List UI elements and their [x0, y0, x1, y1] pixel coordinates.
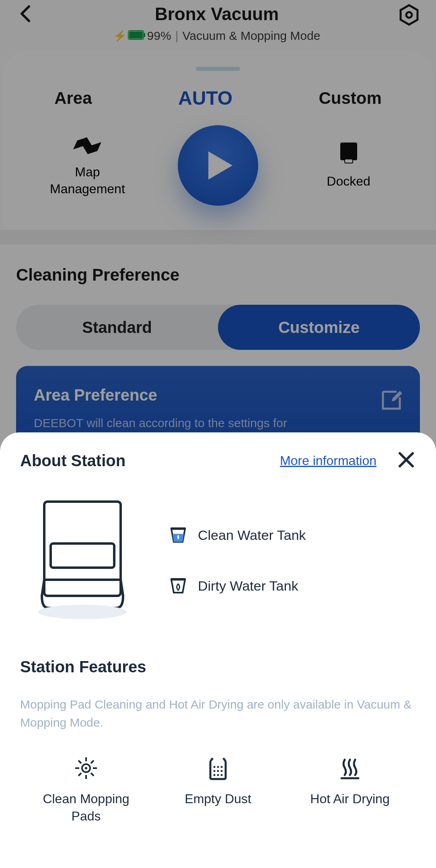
svg-point-29 — [214, 774, 216, 776]
svg-point-30 — [217, 774, 219, 776]
clean-tank-label: Clean Water Tank — [198, 527, 306, 543]
more-information-link[interactable]: More information — [280, 453, 376, 468]
heat-waves-icon — [337, 756, 362, 781]
svg-rect-8 — [44, 502, 121, 596]
dust-bin-icon — [206, 756, 230, 781]
svg-point-14 — [85, 767, 87, 769]
svg-line-20 — [91, 773, 94, 776]
svg-line-19 — [78, 761, 81, 763]
svg-point-24 — [217, 766, 219, 768]
feature-hot-air-drying[interactable]: Hot Air Drying — [287, 756, 413, 825]
svg-rect-9 — [51, 544, 114, 568]
svg-point-25 — [221, 766, 223, 768]
svg-point-23 — [214, 766, 216, 768]
dirty-water-tank-item: Dirty Water Tank — [169, 577, 306, 595]
svg-point-27 — [217, 770, 219, 772]
station-features-title: Station Features — [20, 658, 416, 676]
station-illustration — [36, 499, 129, 622]
feature-empty-dust[interactable]: Empty Dust — [155, 756, 282, 825]
dirty-tank-label: Dirty Water Tank — [198, 578, 298, 594]
water-tank-clean-icon — [169, 526, 187, 544]
sheet-title: About Station — [20, 452, 125, 470]
svg-point-26 — [214, 770, 216, 772]
svg-point-31 — [221, 774, 223, 776]
clean-water-tank-item: Clean Water Tank — [169, 526, 306, 544]
svg-point-10 — [38, 605, 127, 619]
close-button[interactable] — [397, 450, 416, 471]
svg-line-21 — [91, 761, 94, 763]
svg-line-22 — [78, 773, 81, 776]
svg-rect-11 — [171, 527, 186, 530]
gear-brush-icon — [74, 756, 99, 781]
feature-clean-mopping-pads[interactable]: Clean Mopping Pads — [23, 756, 150, 825]
station-features-note: Mopping Pad Cleaning and Hot Air Drying … — [20, 695, 416, 732]
about-station-sheet: About Station More information — [0, 432, 436, 868]
water-tank-dirty-icon — [169, 577, 187, 595]
svg-rect-12 — [171, 578, 186, 581]
svg-point-28 — [221, 770, 223, 772]
